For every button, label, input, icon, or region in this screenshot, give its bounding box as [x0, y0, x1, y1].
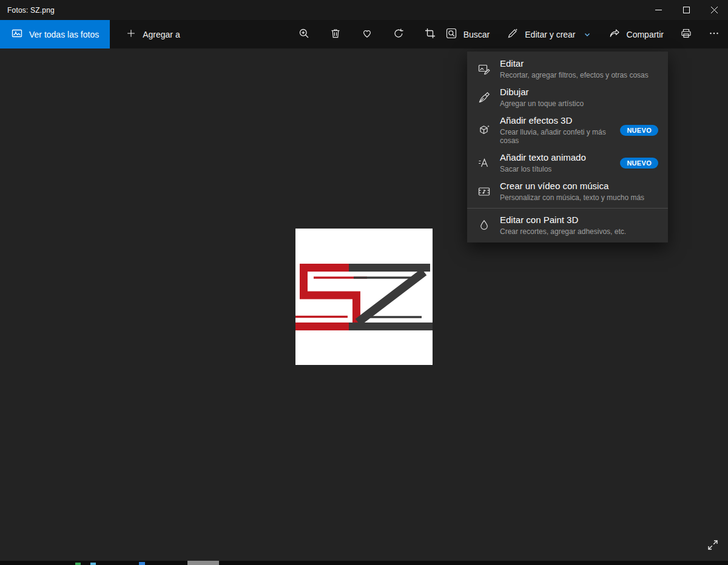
edit-create-icon	[507, 27, 519, 41]
3d-effects-icon	[477, 123, 491, 138]
taskbar-sliver	[0, 561, 728, 565]
close-button[interactable]	[700, 0, 728, 20]
add-to-label: Agregar a	[143, 30, 180, 39]
minimize-icon	[655, 7, 662, 13]
share-icon	[608, 27, 621, 41]
minimize-button[interactable]	[644, 0, 672, 20]
rotate-icon	[393, 27, 405, 41]
filmstrip-scrollbar-thumb[interactable]	[187, 561, 219, 565]
edit-create-menu: Editar Recortar, agregar filtros, efecto…	[467, 52, 668, 242]
paint-3d-icon	[477, 218, 491, 233]
search-icon	[445, 27, 457, 41]
menu-item-efectos-3d[interactable]: Añadir efectos 3D Crear lluvia, añadir c…	[467, 112, 668, 149]
menu-separator	[467, 208, 668, 209]
menu-item-title: Editar con Paint 3D	[500, 215, 658, 226]
favorite-button[interactable]	[360, 28, 374, 41]
menu-item-title: Crear un vídeo con música	[500, 181, 658, 192]
share-button[interactable]: Compartir	[600, 27, 672, 41]
toolbar: Ver todas las fotos Agregar a	[0, 20, 728, 48]
photo-canvas	[295, 229, 433, 365]
menu-item-editar[interactable]: Editar Recortar, agregar filtros, efecto…	[467, 55, 668, 83]
menu-item-title: Añadir texto animado	[500, 152, 612, 163]
expand-icon	[706, 538, 720, 553]
photos-icon	[11, 27, 23, 41]
nuevo-badge: NUEVO	[620, 125, 658, 136]
trash-icon	[329, 27, 342, 41]
search-label: Buscar	[463, 30, 490, 39]
view-all-photos-label: Ver todas las fotos	[29, 30, 99, 39]
toolbar-right-group: Buscar Editar y crear Compartir	[437, 20, 728, 48]
zoom-button[interactable]	[297, 28, 311, 41]
toolbar-center-icons	[297, 20, 437, 48]
search-button[interactable]: Buscar	[437, 27, 499, 41]
window-title: Fotos: SZ.png	[0, 6, 55, 15]
zoom-in-icon	[298, 27, 310, 41]
nuevo-badge: NUEVO	[620, 158, 658, 169]
menu-item-subtitle: Sacar los títulos	[500, 165, 612, 173]
rotate-button[interactable]	[392, 28, 405, 41]
menu-item-video-musica[interactable]: Crear un vídeo con música Personalizar c…	[467, 177, 668, 206]
add-to-button[interactable]: Agregar a	[117, 20, 188, 48]
fullscreen-button[interactable]	[703, 535, 723, 556]
heart-icon	[361, 27, 373, 41]
taskbar-icon	[75, 563, 81, 565]
crop-icon	[424, 27, 436, 41]
print-button[interactable]	[672, 20, 700, 48]
menu-item-texto-animado[interactable]: Añadir texto animado Sacar los títulos N…	[467, 149, 668, 177]
menu-item-subtitle: Recortar, agregar filtros, efectos y otr…	[500, 71, 658, 79]
taskbar-icon	[139, 562, 145, 565]
menu-item-subtitle: Agregar un toque artístico	[500, 99, 658, 108]
menu-item-subtitle: Crear lluvia, añadir confeti y más cosas	[500, 128, 612, 145]
menu-item-dibujar[interactable]: Dibujar Agregar un toque artístico	[467, 83, 668, 112]
menu-item-title: Editar	[500, 58, 658, 69]
edit-create-label: Editar y crear	[525, 30, 575, 39]
chevron-down-icon	[583, 30, 592, 39]
menu-item-title: Dibujar	[500, 87, 658, 98]
taskbar-icon	[90, 563, 96, 565]
more-icon	[708, 27, 720, 41]
window-controls	[644, 0, 728, 20]
more-button[interactable]	[700, 20, 728, 48]
share-label: Compartir	[627, 30, 664, 39]
menu-item-subtitle: Crear recortes, agregar adhesivos, etc.	[500, 227, 658, 236]
delete-button[interactable]	[329, 28, 342, 41]
photos-app-window: Fotos: SZ.png Ver todas las fotos Agrega…	[0, 0, 728, 565]
titlebar: Fotos: SZ.png	[0, 0, 728, 20]
print-icon	[680, 27, 692, 41]
menu-item-subtitle: Personalizar con música, texto y mucho m…	[500, 193, 658, 202]
menu-item-title: Añadir efectos 3D	[500, 115, 612, 126]
view-all-photos-button[interactable]: Ver todas las fotos	[0, 20, 110, 48]
plus-icon	[126, 28, 136, 41]
animated-text-icon	[477, 156, 491, 170]
video-music-icon	[477, 184, 491, 199]
pen-icon	[477, 90, 491, 105]
crop-button[interactable]	[423, 28, 437, 41]
menu-item-paint-3d[interactable]: Editar con Paint 3D Crear recortes, agre…	[467, 211, 668, 239]
maximize-button[interactable]	[672, 0, 700, 20]
close-icon	[711, 7, 718, 13]
edit-image-icon	[477, 62, 491, 76]
maximize-icon	[683, 7, 690, 13]
edit-create-button[interactable]: Editar y crear	[498, 27, 599, 41]
